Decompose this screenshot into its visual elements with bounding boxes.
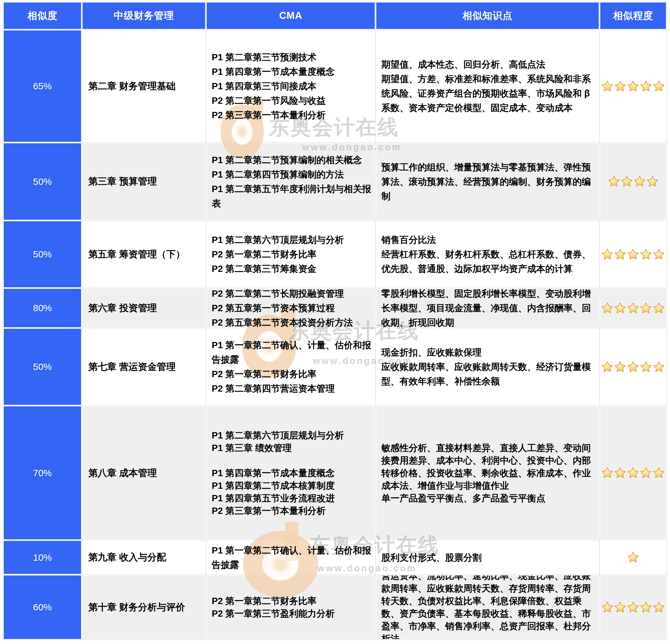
knowledge-points-cell: 销售百分比法经营杠杆系数、财务杠杆系数、总杠杆系数、债券、优先股、普通股、边际加… xyxy=(376,221,599,288)
star-icon xyxy=(627,551,639,564)
star-icon xyxy=(640,302,652,314)
star-icon xyxy=(640,467,652,479)
star-rating-cell xyxy=(600,30,667,142)
cma-section-line: P2 第二章第四节营运资本管理 xyxy=(212,381,374,396)
similarity-percent-cell: 50% xyxy=(3,221,82,288)
cma-section-line: P2 第二章第一节风险与收益 xyxy=(212,93,374,108)
star-icon xyxy=(601,361,614,373)
cma-section-line: P2 第五章第一节资本预算过程 xyxy=(212,301,374,315)
cma-sections-cell: P1 第二章第六节顶层规划与分析P2 第一章第二节财务比率P2 第二章第三节筹集… xyxy=(206,221,375,288)
knowledge-paragraph: 零股利增长模型、固定股利增长率模型、变动股利增长率模型、项目现金流量、净现值、内… xyxy=(381,288,596,328)
knowledge-paragraph: 销售百分比法 xyxy=(381,233,596,247)
star-rating-cell xyxy=(600,540,667,575)
header-intermediate-fm: 中级财务管理 xyxy=(82,2,206,29)
star-rating-cell xyxy=(600,406,667,540)
knowledge-paragraph: 现金折扣、应收账款保理 xyxy=(381,345,596,359)
knowledge-points-cell: 现金折扣、应收账款保理应收账款周转率、应收账款周转天数、经济订货量模型、有效年利… xyxy=(376,328,599,405)
header-cma: CMA xyxy=(206,2,375,29)
similarity-percent-cell: 65% xyxy=(3,30,82,142)
knowledge-points-cell: 敏感性分析、直接材料差异、直接人工差异、变动间接费用差异、成本中心、利润中心、投… xyxy=(376,406,599,540)
cma-sections-cell: P1 第一章第二节确认、计量、估价和报告披露P2 第一章第二节财务比率P2 第二… xyxy=(206,328,375,405)
knowledge-paragraph: 应收账款周转率、应收账款周转天数、经济订货量模型、有效年利率、补偿性余额 xyxy=(381,359,596,389)
cma-section-line: P2 第五章第二节资本投资分析方法 xyxy=(212,315,374,328)
star-icon xyxy=(601,601,614,614)
cma-section-line: P2 第一章第三节盈利能力分析 xyxy=(212,607,374,620)
cma-section-line: P1 第二章第四节预算编制的方法 xyxy=(212,167,374,182)
chapter-cell: 第九章 收入与分配 xyxy=(82,540,206,575)
star-icon xyxy=(614,248,626,261)
similarity-percent-cell: 50% xyxy=(3,143,82,220)
star-icon xyxy=(653,80,665,92)
cma-sections-cell: P1 第二章第二节预算编制的相关概念P1 第二章第四节预算编制的方法P1 第二章… xyxy=(206,143,375,220)
cma-section-line: P1 第四章第一节成本量度概念 xyxy=(212,467,374,479)
star-icon xyxy=(614,80,626,92)
similarity-percent-cell: 50% xyxy=(3,328,82,405)
star-icon xyxy=(608,175,620,188)
star-icon xyxy=(627,248,639,261)
similarity-percent-cell: 60% xyxy=(3,575,82,640)
star-icon xyxy=(653,248,665,261)
star-icon xyxy=(640,248,652,261)
cma-sections-cell: P1 第二章第六节顶层规划与分析P1 第三章 绩效管理 P1 第四章第一节成本量… xyxy=(206,406,375,540)
similarity-percent-cell: 70% xyxy=(3,406,82,540)
cma-section-line: P1 第三章 绩效管理 xyxy=(212,442,374,454)
star-icon xyxy=(614,601,626,614)
star-icon xyxy=(653,601,665,614)
cma-section-line: P2 第二章第二节长期投融资管理 xyxy=(212,288,374,301)
cma-section-line: P1 第二章第六节顶层规划与分析 xyxy=(212,233,374,247)
header-similarity: 相似度 xyxy=(3,2,82,29)
star-icon xyxy=(627,80,639,92)
cma-section-line: P1 第一章第二节确认、计量、估价和报告披露 xyxy=(212,543,374,572)
header-similarity-degree: 相似程度 xyxy=(600,2,667,29)
cma-section-line: P2 第三章第一节本量利分析 xyxy=(212,108,374,122)
star-icon xyxy=(646,175,659,188)
chapter-cell: 第三章 预算管理 xyxy=(82,143,206,220)
knowledge-paragraph: 经营杠杆系数、财务杠杆系数、总杠杆系数、债券、优先股、普通股、边际加权平均资产成… xyxy=(381,247,596,276)
knowledge-paragraph: 单一产品盈亏平衡点、多产品盈亏平衡点 xyxy=(381,492,596,504)
cma-section-line: P2 第一章第二节财务比率 xyxy=(212,595,374,607)
knowledge-points-cell: 股利支付形式、股票分割 xyxy=(376,540,599,575)
knowledge-points-cell: 营运资本、流动比率、速动比率、现金比率、应收账款周转率、应收账款周转天数、存货周… xyxy=(376,575,599,640)
knowledge-paragraph: 敏感性分析、直接材料差异、直接人工差异、变动间接费用差异、成本中心、利润中心、投… xyxy=(381,442,596,492)
chapter-cell: 第七章 营运资金管理 xyxy=(82,328,206,405)
cma-sections-cell: P2 第二章第二节长期投融资管理P2 第五章第一节资本预算过程P2 第五章第二节… xyxy=(206,288,375,328)
star-icon xyxy=(653,467,665,479)
star-icon xyxy=(627,601,639,614)
knowledge-points-cell: 期望值、成本性态、回归分析、高低点法期望值、方差、标准差和标准差率、系统风险和非… xyxy=(376,30,599,142)
star-rating-cell xyxy=(600,221,667,288)
star-icon xyxy=(640,601,652,614)
cma-section-line: P1 第二章第五节年度利润计划与相关报表 xyxy=(212,182,374,211)
star-icon xyxy=(633,175,646,188)
star-icon xyxy=(627,361,639,373)
star-icon xyxy=(614,361,626,373)
chapter-cell: 第二章 财务管理基础 xyxy=(82,30,206,142)
knowledge-paragraph: 营运资本、流动比率、速动比率、现金比率、应收账款周转率、应收账款周转天数、存货周… xyxy=(381,575,596,640)
cma-section-line: P1 第四章第二节成本核算制度 xyxy=(212,479,374,492)
star-icon xyxy=(627,467,639,479)
knowledge-paragraph: 股利支付形式、股票分割 xyxy=(381,550,596,565)
star-icon xyxy=(614,302,626,314)
chapter-cell: 第五章 筹资管理（下） xyxy=(82,221,206,288)
star-rating-cell xyxy=(600,143,667,220)
similarity-percent-cell: 80% xyxy=(3,288,82,328)
cma-section-line xyxy=(212,454,374,467)
cma-section-line: P1 第二章第二节预算编制的相关概念 xyxy=(212,153,374,167)
cma-sections-cell: P1 第二章第三节预测技术P1 第四章第一节成本量度概念P1 第四章第三节间接成… xyxy=(206,30,375,142)
star-icon xyxy=(614,467,626,479)
cma-section-line: P2 第二章第三节筹集资金 xyxy=(212,262,374,276)
star-icon xyxy=(601,467,614,479)
star-rating-cell xyxy=(600,328,667,405)
chapter-cell: 第八章 成本管理 xyxy=(82,406,206,540)
header-knowledge-points: 相似知识点 xyxy=(376,2,599,29)
knowledge-paragraph: 期望值、方差、标准差和标准差率、系统风险和非系统风险、证券资产组合的预期收益率、… xyxy=(381,72,596,115)
star-icon xyxy=(621,175,633,188)
chapter-cell: 第六章 投资管理 xyxy=(82,288,206,328)
cma-sections-cell: P2 第一章第二节财务比率P2 第一章第三节盈利能力分析 xyxy=(206,575,375,640)
similarity-comparison-page: 相似度 中级财务管理 CMA 相似知识点 相似程度 65% 第二章 财务管理基础… xyxy=(0,0,670,644)
knowledge-points-cell: 预算工作的组织、增量预算法与零基预算法、弹性预算法、滚动预算法、经营预算的编制、… xyxy=(376,143,599,220)
cma-section-line: P1 第一章第二节确认、计量、估价和报告披露 xyxy=(212,338,374,367)
star-icon xyxy=(601,248,614,261)
star-icon xyxy=(653,361,665,373)
star-icon xyxy=(640,80,652,92)
cma-section-line: P2 第一章第二节财务比率 xyxy=(212,247,374,262)
